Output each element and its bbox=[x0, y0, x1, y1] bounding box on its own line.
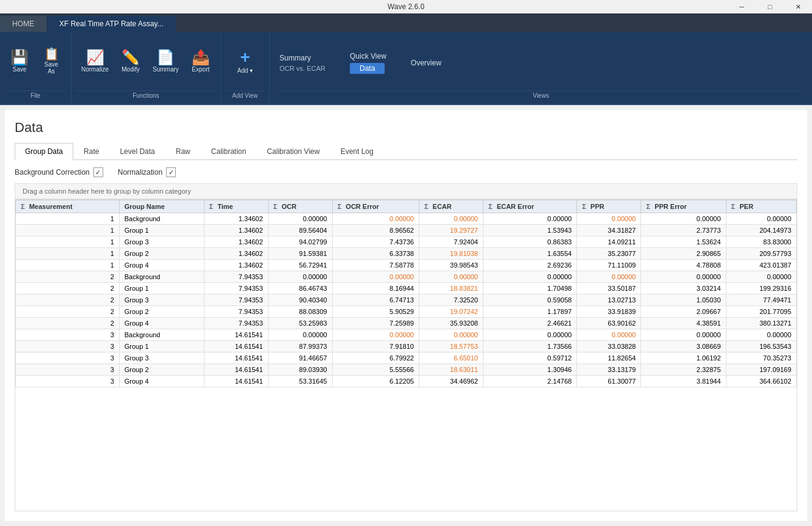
normalization-label: Normalization bbox=[118, 168, 162, 177]
maximize-button[interactable]: □ bbox=[756, 0, 784, 13]
normalize-button[interactable]: 📈 Normalize bbox=[76, 48, 114, 75]
export-button[interactable]: 📤 Export bbox=[186, 48, 216, 75]
modify-button[interactable]: ✏️ Modify bbox=[116, 48, 145, 75]
table-cell: 199.29316 bbox=[726, 283, 796, 294]
data-table: Σ Measurement Group Name Σ Time Σ OCR Σ … bbox=[15, 200, 797, 387]
summary-button[interactable]: 📄 Summary bbox=[148, 48, 184, 75]
table-cell: 33.13179 bbox=[577, 364, 641, 376]
add-button[interactable]: + Add ▾ bbox=[230, 46, 259, 76]
save-button[interactable]: 💾 Save bbox=[5, 48, 34, 75]
table-cell: 0.00000 bbox=[483, 329, 576, 341]
table-cell: 0.00000 bbox=[419, 329, 483, 341]
tab-home[interactable]: HOME bbox=[0, 16, 47, 32]
col-ocr[interactable]: Σ OCR bbox=[268, 200, 332, 213]
sub-tab-rate[interactable]: Rate bbox=[73, 143, 109, 160]
table-cell: Group 3 bbox=[119, 352, 204, 364]
sub-tab-level-data[interactable]: Level Data bbox=[109, 143, 165, 160]
table-cell: 19.07242 bbox=[419, 306, 483, 318]
table-cell: 14.61541 bbox=[204, 329, 268, 341]
modify-icon: ✏️ bbox=[121, 50, 140, 65]
table-cell: 0.00000 bbox=[268, 329, 332, 341]
summary-label: Summary bbox=[153, 66, 179, 73]
table-cell: 83.83000 bbox=[726, 236, 796, 248]
col-ocr-error[interactable]: Σ OCR Error bbox=[332, 200, 419, 213]
overview-row: Overview bbox=[411, 59, 441, 67]
table-cell: 0.00000 bbox=[577, 329, 641, 341]
table-cell: 70.35273 bbox=[726, 352, 796, 364]
table-cell: 7.94353 bbox=[204, 318, 268, 329]
col-ecar[interactable]: Σ ECAR bbox=[419, 200, 483, 213]
table-row: 3Group 114.6154187.993737.9181018.577531… bbox=[16, 341, 797, 352]
table-cell: 8.96562 bbox=[332, 225, 419, 236]
table-cell: 2 bbox=[16, 294, 120, 306]
table-cell: Background bbox=[119, 271, 204, 283]
overview-label: Overview bbox=[411, 59, 441, 67]
table-cell: 197.09169 bbox=[726, 364, 796, 376]
table-cell: 0.86383 bbox=[483, 236, 576, 248]
col-per[interactable]: Σ PER bbox=[726, 200, 796, 213]
table-cell: 14.61541 bbox=[204, 376, 268, 387]
app-tabs: HOME XF Real Time ATP Rate Assay... bbox=[0, 13, 812, 32]
table-cell: 2.14768 bbox=[483, 376, 576, 387]
sub-tab-calibration[interactable]: Calibration bbox=[201, 143, 256, 160]
file-group-label: File bbox=[5, 90, 66, 101]
table-cell: 364.66102 bbox=[726, 376, 796, 387]
summary-view-col: Summary OCR vs. ECAR bbox=[280, 54, 325, 72]
background-correction-checkbox[interactable]: ✓ bbox=[93, 167, 103, 177]
table-cell: 3.08669 bbox=[641, 341, 726, 352]
table-cell: 7.58778 bbox=[332, 260, 419, 271]
title-bar: Wave 2.6.0 ─ □ ✕ bbox=[0, 0, 812, 13]
col-ppr-error[interactable]: Σ PPR Error bbox=[641, 200, 726, 213]
minimize-button[interactable]: ─ bbox=[728, 0, 756, 13]
col-ppr[interactable]: Σ PPR bbox=[577, 200, 641, 213]
table-cell: 2 bbox=[16, 306, 120, 318]
table-cell: 1 bbox=[16, 236, 120, 248]
normalization-checkbox[interactable]: ✓ bbox=[166, 167, 176, 177]
table-cell: 4.38591 bbox=[641, 318, 726, 329]
quick-view-row: Quick View bbox=[350, 52, 386, 60]
add-icon: + bbox=[240, 49, 250, 66]
save-as-button[interactable]: 📋 SaveAs bbox=[37, 45, 66, 77]
normalize-label: Normalize bbox=[81, 66, 109, 73]
table-cell: 1.53943 bbox=[483, 225, 576, 236]
sub-tab-calibration-view[interactable]: Calibration View bbox=[256, 143, 330, 160]
main-content: Data Group Data Rate Level Data Raw Cali… bbox=[5, 110, 807, 521]
sub-tab-raw[interactable]: Raw bbox=[165, 143, 201, 160]
table-cell: 0.59712 bbox=[483, 352, 576, 364]
functions-buttons: 📈 Normalize ✏️ Modify 📄 Summary 📤 Export bbox=[76, 34, 216, 88]
col-measurement[interactable]: Σ Measurement bbox=[16, 200, 120, 213]
table-cell: 6.74713 bbox=[332, 294, 419, 306]
close-button[interactable]: ✕ bbox=[784, 0, 812, 13]
table-cell: 71.11009 bbox=[577, 260, 641, 271]
table-cell: Group 1 bbox=[119, 225, 204, 236]
table-cell: 0.00000 bbox=[577, 271, 641, 283]
table-cell: 0.00000 bbox=[268, 271, 332, 283]
data-active-row: Data bbox=[350, 63, 386, 74]
col-time[interactable]: Σ Time bbox=[204, 200, 268, 213]
table-cell: 1.34602 bbox=[204, 213, 268, 225]
views-section-label: Views bbox=[280, 90, 802, 99]
table-cell: 1.05030 bbox=[641, 294, 726, 306]
table-cell: 0.00000 bbox=[641, 329, 726, 341]
data-active-btn[interactable]: Data bbox=[350, 63, 385, 74]
tab-xf-real-time[interactable]: XF Real Time ATP Rate Assay... bbox=[47, 16, 176, 32]
col-group-name[interactable]: Group Name bbox=[119, 200, 204, 213]
table-cell: 1.06192 bbox=[641, 352, 726, 364]
sub-tab-event-log[interactable]: Event Log bbox=[330, 143, 384, 160]
table-row: 2Group 27.9435388.083095.9052919.072421.… bbox=[16, 306, 797, 318]
table-cell: Group 2 bbox=[119, 248, 204, 260]
table-cell: 35.23077 bbox=[577, 248, 641, 260]
table-cell: 2.90865 bbox=[641, 248, 726, 260]
table-cell: 3.03214 bbox=[641, 283, 726, 294]
table-cell: 3 bbox=[16, 329, 120, 341]
table-row: 1Group 11.3460289.564048.9656219.297271.… bbox=[16, 225, 797, 236]
table-cell: 90.40340 bbox=[268, 294, 332, 306]
table-cell: 19.81038 bbox=[419, 248, 483, 260]
table-cell: 18.57753 bbox=[419, 341, 483, 352]
table-cell: 3.81944 bbox=[641, 376, 726, 387]
views-top: Summary OCR vs. ECAR Quick View Data Ove… bbox=[280, 37, 802, 89]
table-row: 2Group 17.9435386.467438.1694418.838211.… bbox=[16, 283, 797, 294]
data-table-wrapper[interactable]: Σ Measurement Group Name Σ Time Σ OCR Σ … bbox=[15, 199, 797, 511]
col-ecar-error[interactable]: Σ ECAR Error bbox=[483, 200, 576, 213]
sub-tab-group-data[interactable]: Group Data bbox=[15, 143, 73, 160]
